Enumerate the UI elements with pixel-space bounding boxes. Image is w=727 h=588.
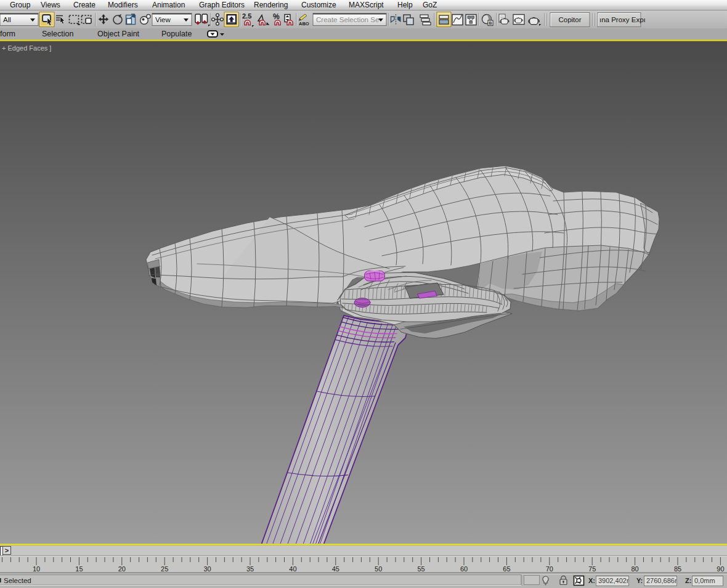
svg-text:%: % bbox=[273, 12, 280, 21]
svg-text:B: B bbox=[489, 21, 492, 25]
svg-text:ına Proxy Expı: ına Proxy Expı bbox=[599, 16, 646, 23]
svg-text:2.5: 2.5 bbox=[242, 12, 251, 20]
svg-text:Copitor: Copitor bbox=[558, 16, 581, 23]
svg-text:View: View bbox=[155, 16, 171, 23]
svg-text:Create Selection Se: Create Selection Se bbox=[316, 16, 379, 23]
svg-text:All: All bbox=[3, 16, 11, 23]
svg-text:ABO: ABO bbox=[299, 21, 309, 27]
